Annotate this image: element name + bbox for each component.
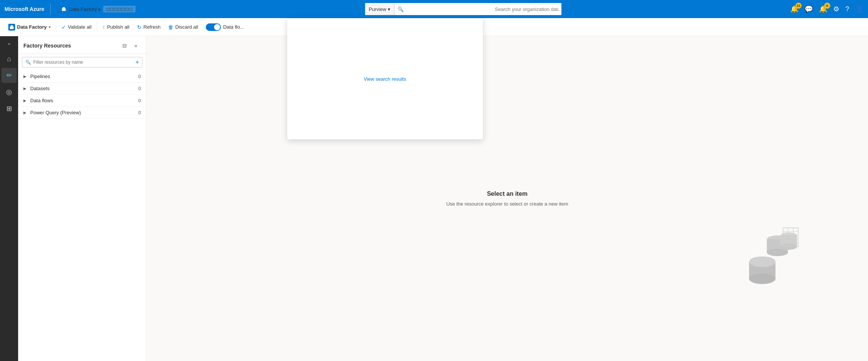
resource-item-count: 0 (138, 110, 141, 115)
sidebar-item-home[interactable]: ⌂ (2, 51, 17, 66)
publish-icon: ↑ (102, 24, 105, 30)
canvas-area: Select an item Use the resource explorer… (146, 36, 868, 361)
discard-icon: 🗑 (168, 24, 173, 30)
collapse-icon: ⊟ (122, 43, 127, 49)
factory-breadcrumb[interactable]: Data Factory ▶ ◻◻◻◻◻◻◻ (57, 3, 139, 15)
resource-item[interactable]: ▶ Pipelines 0 (18, 71, 146, 83)
resource-item-label: Datasets (30, 86, 138, 91)
factory-resources-panel: Factory Resources ⊟ « 🔍 + ▶ Pipelines 0 … (18, 36, 146, 361)
svg-point-19 (749, 273, 775, 284)
resource-item-count: 0 (138, 86, 141, 91)
resource-item[interactable]: ▶ Datasets 0 (18, 83, 146, 95)
global-search-input[interactable] (492, 3, 561, 15)
hide-panel-icon: « (134, 43, 137, 49)
search-dropdown-panel: View search results (287, 18, 483, 140)
settings-icon[interactable]: ⚙ (833, 5, 839, 13)
svg-rect-2 (10, 26, 14, 29)
feedback-icon[interactable]: 💬 (805, 5, 813, 13)
global-search-icon: 🔍 (395, 6, 492, 12)
breadcrumb-tag: ◻◻◻◻◻◻◻ (103, 6, 136, 12)
factory-breadcrumb-label: Data Factory (69, 6, 97, 12)
empty-state-subtitle: Use the resource explorer to select or c… (446, 201, 568, 207)
resource-chevron-icon: ▶ (23, 74, 28, 78)
validate-icon: ✓ (62, 24, 66, 30)
search-area: Purview ▾ 🔍 (142, 3, 784, 15)
validate-all-button[interactable]: ✓ Validate all (58, 22, 96, 32)
help-icon[interactable]: ? (845, 5, 849, 13)
filter-search-icon: 🔍 (25, 60, 31, 65)
resource-item-label: Data flows (30, 98, 138, 103)
search-dropdown-content: View search results (287, 18, 483, 139)
edit-pencil-icon: ✏ (6, 71, 12, 80)
resource-chevron-icon: ▶ (23, 111, 28, 115)
resource-item[interactable]: ▶ Data flows 0 (18, 95, 146, 107)
svg-point-6 (767, 249, 788, 256)
toolbar-divider-1 (56, 22, 56, 32)
resources-panel-header: Factory Resources ⊟ « (18, 36, 146, 54)
empty-state: Select an item Use the resource explorer… (446, 190, 568, 207)
toolbar-factory-chevron: ▾ (49, 25, 51, 29)
resource-chevron-icon: ▶ (23, 86, 28, 91)
top-navigation: Microsoft Azure Data Factory ▶ ◻◻◻◻◻◻◻ P… (0, 0, 868, 18)
resources-panel-title: Factory Resources (23, 43, 71, 49)
refresh-button[interactable]: ↻ Refresh (133, 22, 165, 32)
resource-chevron-icon: ▶ (23, 98, 28, 103)
notification-icon-2[interactable]: 🔔 6 (819, 5, 827, 13)
resources-header-actions: ⊟ « (120, 41, 141, 51)
nav-icons-group: 🔔 21 💬 🔔 6 ⚙ ? 👤 (790, 5, 863, 13)
home-icon: ⌂ (7, 55, 11, 63)
resources-search-filter: 🔍 + (22, 57, 142, 68)
add-resource-button[interactable]: + (136, 59, 139, 66)
user-avatar[interactable]: 👤 (855, 5, 863, 13)
resource-list: ▶ Pipelines 0 ▶ Datasets 0 ▶ Data flows … (18, 71, 146, 361)
toolbar-factory-icon (8, 24, 15, 31)
dataflows-toggle-group: Data flo... (202, 23, 248, 31)
toolbar-divider-2 (97, 22, 97, 32)
global-search-box: Purview ▾ 🔍 (365, 3, 561, 15)
nav-chevron: ▶ (99, 7, 102, 11)
microsoft-azure-brand: Microsoft Azure (5, 6, 44, 12)
dataflows-toggle[interactable] (206, 23, 221, 31)
empty-state-title: Select an item (487, 190, 528, 197)
sidebar-item-edit[interactable]: ✏ (2, 68, 17, 83)
svg-rect-0 (62, 8, 66, 11)
manage-icon: ⊞ (6, 104, 12, 113)
monitor-icon: ◎ (6, 88, 12, 96)
refresh-icon: ↻ (137, 24, 142, 30)
nav-divider (50, 4, 51, 14)
sidebar-item-manage[interactable]: ⊞ (2, 101, 17, 116)
discard-all-button[interactable]: 🗑 Discard all (164, 22, 202, 32)
view-search-results-link[interactable]: View search results (364, 76, 406, 82)
resources-collapse-button[interactable]: ⊟ (120, 41, 130, 51)
ms-azure-label: Microsoft Azure (5, 6, 44, 12)
filter-resources-input[interactable] (33, 60, 133, 65)
purview-selector[interactable]: Purview ▾ (365, 3, 395, 15)
toolbar-factory-label: Data Factory (17, 24, 47, 30)
resources-hide-button[interactable]: « (131, 41, 141, 51)
svg-point-20 (749, 257, 775, 267)
empty-state-illustration (725, 217, 800, 286)
factory-icon (60, 6, 67, 12)
resource-item-label: Power Query (Preview) (30, 110, 138, 115)
purview-chevron-icon: ▾ (388, 6, 390, 12)
sidebar-icons: « ⌂ ✏ ◎ ⊞ (0, 36, 18, 361)
resource-item-count: 0 (138, 98, 141, 103)
svg-rect-3 (11, 25, 13, 27)
sidebar-collapse-button[interactable]: « (2, 39, 17, 48)
resource-item-count: 0 (138, 74, 141, 79)
svg-rect-1 (63, 7, 65, 9)
resource-item[interactable]: ▶ Power Query (Preview) 0 (18, 107, 146, 119)
publish-all-button[interactable]: ↑ Publish all (99, 22, 133, 32)
resource-item-label: Pipelines (30, 74, 138, 79)
sidebar-item-monitor[interactable]: ◎ (2, 84, 17, 100)
notification-icon-1[interactable]: 🔔 21 (790, 5, 799, 13)
toolbar-factory-item: Data Factory ▾ (5, 24, 54, 31)
